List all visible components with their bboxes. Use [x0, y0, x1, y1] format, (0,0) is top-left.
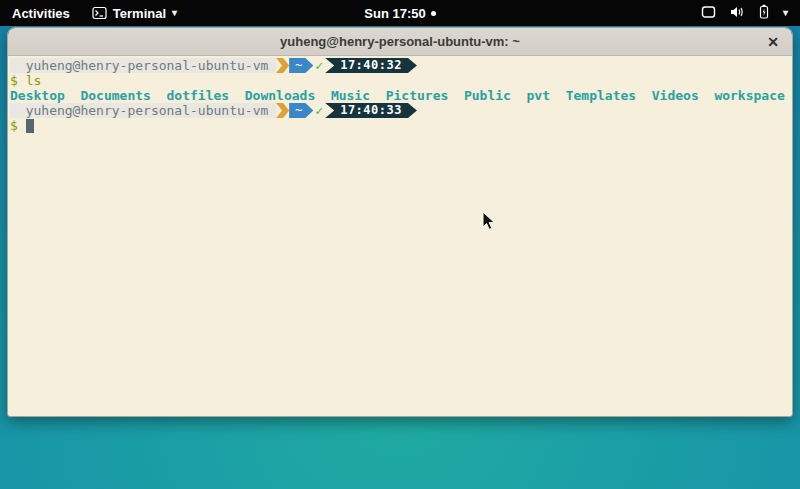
- directory-item: Downloads: [245, 88, 315, 103]
- desktop-background: Activities Terminal ▾ Sun 17:50 ▾: [0, 0, 800, 489]
- clock[interactable]: Sun 17:50: [364, 6, 425, 21]
- powerline-directory-segment: ~: [289, 58, 313, 73]
- directory-item: Music: [331, 88, 370, 103]
- notification-dot-icon: [431, 11, 436, 16]
- directory-item: workspace: [714, 88, 784, 103]
- window-titlebar[interactable]: yuheng@henry-personal-ubuntu-vm: ~ ✕: [8, 28, 792, 56]
- directory-item: Pictures: [386, 88, 449, 103]
- directory-item: Public: [464, 88, 511, 103]
- powerline-directory-segment: ~: [289, 103, 313, 118]
- powerline-chevron-icon: [276, 58, 289, 73]
- chevron-down-icon: ▾: [172, 8, 177, 18]
- system-status-area[interactable]: ▾: [689, 0, 800, 26]
- close-icon[interactable]: ✕: [767, 35, 779, 49]
- status-check-icon: ✓: [313, 103, 325, 118]
- app-menu[interactable]: Terminal ▾: [82, 0, 187, 26]
- terminal-content[interactable]: yuheng@henry-personal-ubuntu-vm ~✓17:40:…: [8, 56, 792, 416]
- terminal-cursor: [26, 119, 34, 133]
- system-menu-chevron-down-icon: ▾: [783, 8, 788, 18]
- powerline-time-segment: 17:40:32: [325, 58, 417, 73]
- status-check-icon: ✓: [313, 58, 325, 73]
- battery-icon: [758, 4, 770, 22]
- volume-icon: [729, 5, 745, 22]
- activities-button[interactable]: Activities: [0, 0, 82, 26]
- powerline-chevron-icon: [276, 103, 289, 118]
- powerline-time-segment: 17:40:33: [325, 103, 417, 118]
- directory-item: pvt: [527, 88, 550, 103]
- directory-item: Templates: [566, 88, 636, 103]
- directory-listing: DesktopDocumentsdotfilesDownloadsMusicPi…: [10, 88, 790, 103]
- command-line: $ ls: [10, 73, 790, 88]
- directory-item: Desktop: [10, 88, 65, 103]
- prompt-symbol: $: [10, 73, 26, 88]
- directory-item: Videos: [652, 88, 699, 103]
- terminal-window: yuheng@henry-personal-ubuntu-vm: ~ ✕ yuh…: [7, 27, 793, 417]
- prompt-line-2: yuheng@henry-personal-ubuntu-vm ~✓17:40:…: [10, 103, 790, 118]
- prompt-symbol: $: [10, 118, 26, 133]
- screen-icon: [701, 5, 716, 22]
- directory-item: dotfiles: [167, 88, 230, 103]
- cursor-line: $: [10, 118, 790, 133]
- prompt-username: yuheng@henry-personal-ubuntu-vm: [10, 58, 276, 73]
- activities-label: Activities: [12, 6, 70, 21]
- window-title: yuheng@henry-personal-ubuntu-vm: ~: [280, 34, 520, 49]
- top-bar: Activities Terminal ▾ Sun 17:50 ▾: [0, 0, 800, 26]
- command-text: ls: [26, 73, 42, 88]
- prompt-line-1: yuheng@henry-personal-ubuntu-vm ~✓17:40:…: [10, 58, 790, 73]
- terminal-icon: [92, 6, 107, 20]
- app-menu-label: Terminal: [113, 6, 166, 21]
- prompt-username: yuheng@henry-personal-ubuntu-vm: [10, 103, 276, 118]
- directory-item: Documents: [80, 88, 150, 103]
